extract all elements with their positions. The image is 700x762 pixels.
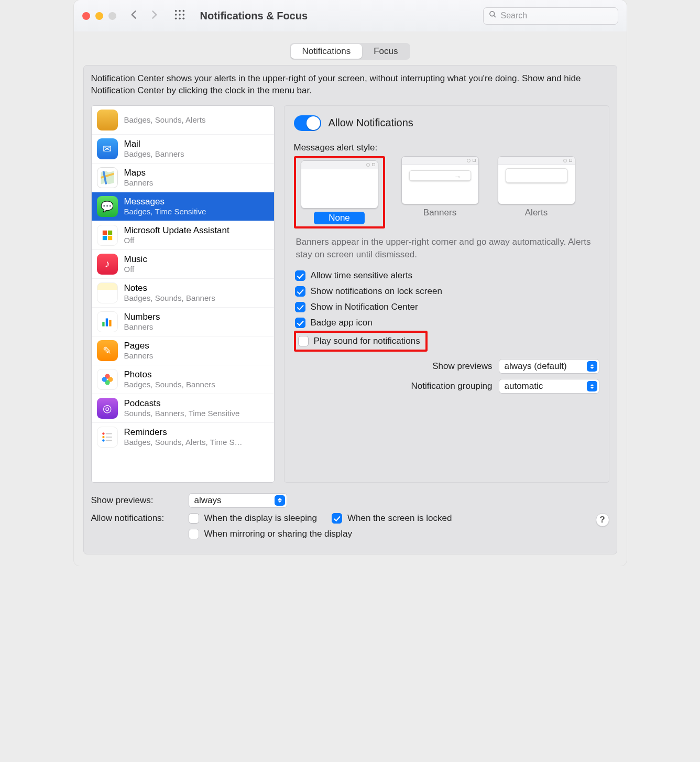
show-previews-select[interactable]: always (default) (499, 359, 599, 374)
app-subtitle: Banners (124, 178, 154, 188)
app-row[interactable]: NotesBadges, Sounds, Banners (92, 279, 274, 308)
svg-point-24 (102, 436, 104, 438)
chevron-updown-icon (275, 495, 285, 506)
nav-arrows (129, 9, 159, 23)
chevron-updown-icon (587, 361, 597, 372)
tab-notifications[interactable]: Notifications (291, 44, 363, 59)
preview-alerts-icon (498, 156, 575, 204)
app-row[interactable]: ✎PagesBanners (92, 336, 274, 365)
check-display-sleeping[interactable]: When the display is sleeping (189, 513, 317, 524)
select-value: automatic (505, 381, 543, 391)
svg-rect-15 (107, 236, 112, 240)
svg-point-6 (174, 17, 177, 19)
window-zoom-button[interactable] (108, 12, 116, 20)
app-row[interactable]: RemindersBadges, Sounds, Alerts, Time S… (92, 423, 274, 451)
svg-point-0 (174, 9, 177, 12)
svg-point-22 (102, 377, 106, 382)
app-name: Numbers (124, 312, 160, 322)
checkbox-icon (295, 270, 305, 281)
allow-notifications-label: Allow notifications: (91, 513, 181, 524)
app-subtitle: Badges, Sounds, Banners (124, 293, 215, 303)
app-row[interactable]: Badges, Sounds, Alerts (92, 106, 274, 135)
alert-style-none-label: None (314, 212, 365, 224)
alert-style-heading: Messages alert style: (294, 143, 599, 153)
forward-button[interactable] (149, 9, 159, 23)
svg-point-3 (174, 14, 177, 16)
svg-point-25 (102, 439, 104, 441)
check-play-sound[interactable]: Play sound for notifications (297, 335, 421, 347)
allow-notifications-label: Allow Notifications (329, 117, 413, 129)
svg-rect-18 (109, 320, 111, 326)
check-label: Show notifications on lock screen (311, 286, 442, 297)
check-label: Allow time sensitive alerts (311, 270, 413, 281)
search-field[interactable] (483, 7, 618, 25)
alert-style-banners-label: Banners (423, 208, 456, 218)
alert-style-alerts[interactable]: Alerts (495, 156, 578, 228)
alert-style-none[interactable]: None (298, 160, 381, 224)
svg-point-8 (182, 17, 184, 19)
app-name: Microsoft Update Assistant (124, 225, 229, 236)
window-title: Notifications & Focus (200, 10, 308, 22)
notification-grouping-select[interactable]: automatic (499, 379, 599, 394)
app-subtitle: Badges, Sounds, Banners (124, 380, 215, 389)
app-name: Podcasts (124, 398, 240, 409)
check-label: Badge app icon (311, 318, 373, 328)
app-row[interactable]: ✉︎MailBadges, Banners (92, 135, 274, 164)
check-screen-locked[interactable]: When the screen is locked (332, 513, 452, 524)
app-subtitle: Off (124, 236, 229, 245)
chevron-updown-icon (587, 381, 597, 391)
check-time-sensitive[interactable]: Allow time sensitive alerts (294, 268, 599, 284)
app-name: Reminders (124, 427, 243, 438)
window-minimize-button[interactable] (95, 12, 103, 20)
check-notification-center[interactable]: Show in Notification Center (294, 299, 599, 315)
app-row[interactable]: ◎PodcastsSounds, Banners, Time Sensitive (92, 394, 274, 423)
app-list[interactable]: Badges, Sounds, Alerts✉︎MailBadges, Bann… (91, 105, 275, 483)
checkbox-icon (189, 529, 199, 539)
notes-icon (97, 282, 118, 303)
music-icon: ♪ (97, 254, 118, 275)
app-subtitle: Badges, Time Sensitive (124, 207, 206, 216)
notifications-panel: Notification Center shows your alerts in… (83, 65, 617, 554)
tab-focus[interactable]: Focus (362, 44, 409, 59)
check-label: When the display is sleeping (204, 513, 317, 524)
app-row[interactable]: Microsoft Update AssistantOff (92, 221, 274, 250)
checkbox-icon (189, 513, 199, 524)
app-name: Notes (124, 283, 215, 293)
app-name: Music (124, 254, 147, 265)
app-row[interactable]: NumbersBanners (92, 308, 274, 336)
alert-style-banners[interactable]: → Banners (399, 156, 482, 228)
global-settings: Show previews: always Allow notification… (91, 493, 609, 539)
back-button[interactable] (129, 9, 139, 23)
window-controls (82, 12, 116, 20)
check-mirroring[interactable]: When mirroring or sharing the display (189, 529, 353, 539)
numbers-icon (97, 311, 118, 332)
app-detail: Allow Notifications Messages alert style… (284, 105, 609, 483)
titlebar: Notifications & Focus (74, 0, 627, 31)
messages-icon: 💬 (97, 196, 118, 217)
pages-icon: ✎ (97, 340, 118, 361)
checkbox-icon (298, 336, 309, 346)
highlight-alert-style-none: None (294, 156, 385, 228)
app-subtitle: Badges, Banners (124, 149, 184, 159)
check-badge-app-icon[interactable]: Badge app icon (294, 315, 599, 331)
svg-point-4 (179, 14, 181, 16)
app-subtitle: Off (124, 265, 147, 274)
app-row[interactable]: 💬MessagesBadges, Time Sensitive (92, 192, 274, 221)
podcasts-icon: ◎ (97, 398, 118, 419)
show-all-button[interactable] (174, 9, 185, 23)
app-subtitle: Badges, Sounds, Alerts (124, 115, 206, 125)
check-lock-screen[interactable]: Show notifications on lock screen (294, 284, 599, 299)
check-label: Play sound for notifications (314, 336, 420, 346)
search-input[interactable] (501, 11, 612, 20)
app-row[interactable]: PhotosBadges, Sounds, Banners (92, 365, 274, 394)
alert-style-hint: Banners appear in the upper-right corner… (296, 236, 597, 261)
global-previews-select[interactable]: always (189, 493, 287, 508)
window-close-button[interactable] (82, 12, 90, 20)
app-row[interactable]: MapsBanners (92, 164, 274, 192)
content: Notifications Focus Notification Center … (74, 31, 627, 566)
help-button[interactable]: ? (596, 513, 609, 527)
highlight-play-sound: Play sound for notifications (294, 331, 428, 352)
app-row[interactable]: ♪MusicOff (92, 250, 274, 279)
allow-notifications-toggle[interactable] (294, 115, 321, 131)
preferences-window: Notifications & Focus Notifications Focu… (74, 0, 627, 566)
